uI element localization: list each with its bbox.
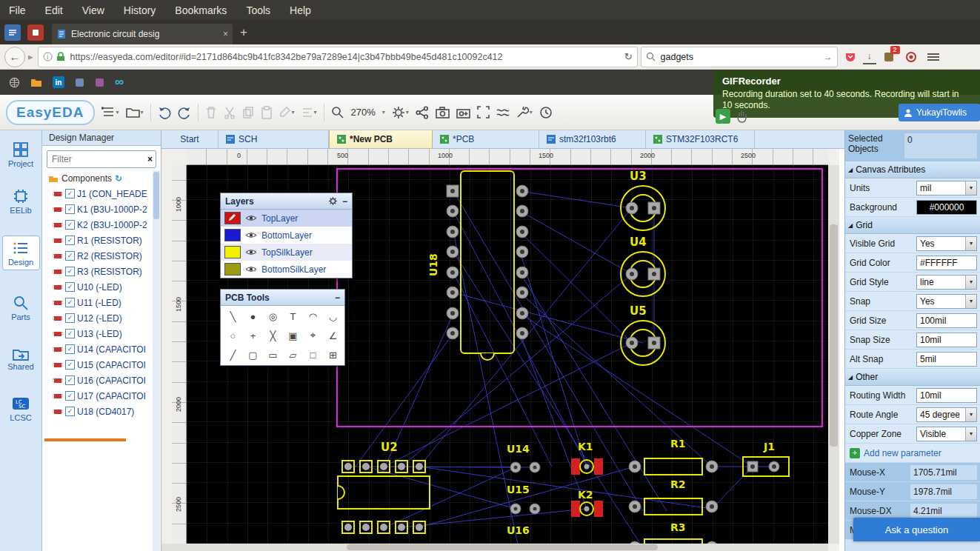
sidebar-item-design[interactable]: Design [2, 236, 40, 270]
history-clock-icon[interactable] [539, 106, 553, 119]
open-folder-icon[interactable]: ▾ [126, 107, 144, 118]
grid-style-select[interactable]: line▾ [916, 275, 977, 290]
visibility-checkbox[interactable]: ✓ [65, 344, 75, 354]
sidebar-item-lcsc[interactable]: LCSC LCSC [3, 392, 39, 425]
visibility-checkbox[interactable]: ✓ [65, 220, 75, 230]
bookmark-icon-1[interactable] [75, 78, 84, 87]
menu-help[interactable]: Help [290, 4, 311, 16]
copper-zone-select[interactable]: Visible▾ [916, 427, 977, 441]
hole-tool-icon[interactable]: ○ [223, 326, 243, 345]
layer-row-topsilklayer[interactable]: TopSilkLayer [221, 244, 352, 261]
pocket-icon[interactable] [841, 47, 860, 67]
component-u16[interactable]: U16 [507, 524, 540, 544]
layer-color-swatch[interactable] [224, 263, 241, 276]
search-input[interactable] [659, 51, 820, 63]
waves-icon[interactable] [496, 107, 510, 118]
linkedin-icon[interactable]: in [53, 76, 64, 88]
component-u5[interactable]: U5 [621, 304, 665, 365]
layer-row-toplayer[interactable]: TopLayer [221, 210, 352, 227]
layers-settings-gear-icon[interactable] [328, 196, 338, 206]
url-bar[interactable]: i ↻ [38, 47, 638, 67]
visibility-checkbox[interactable]: ✓ [65, 313, 75, 323]
component-list-item[interactable]: ✓U14 (CAPACITOI [42, 341, 161, 357]
zoom-icon[interactable] [331, 106, 344, 119]
delete-tool-icon[interactable]: ╳ [263, 326, 283, 345]
line-tool-icon[interactable]: ╱ [223, 345, 243, 364]
layer-color-swatch[interactable] [224, 212, 241, 224]
component-list-item[interactable]: ✓U16 (CAPACITOI [42, 373, 161, 388]
menu-edit[interactable]: Edit [45, 4, 63, 16]
visibility-checkbox[interactable]: ✓ [65, 267, 75, 276]
infinity-icon[interactable]: ∞ [115, 75, 124, 90]
via-tool-icon[interactable]: ◎ [263, 307, 283, 326]
snap-size-input[interactable]: 10mil [916, 333, 977, 347]
add-new-parameter[interactable]: + Add new parameter [845, 444, 980, 463]
search-go-icon[interactable]: → [824, 52, 833, 62]
sidebar-item-shared[interactable]: Shared [3, 344, 39, 374]
forward-button[interactable]: ▸ [28, 51, 33, 62]
arc-tool-icon[interactable]: ◠ [303, 307, 323, 326]
eye-icon[interactable] [245, 231, 257, 239]
section-canvas-attributes[interactable]: ◢Canvas Attributes [845, 161, 980, 178]
sidebar-item-parts[interactable]: Parts [3, 291, 39, 324]
section-other[interactable]: ◢Other [845, 369, 980, 386]
sidebar-item-eelib[interactable]: EELib [3, 184, 39, 218]
component-list-item[interactable]: ✓R3 (RESISTOR) [42, 264, 161, 279]
info-icon[interactable]: i [43, 52, 53, 61]
doc-tab-new-pcb[interactable]: *New PCB [329, 130, 433, 148]
protractor-tool-icon[interactable]: ∠ [323, 326, 343, 345]
solid-region-tool-icon[interactable]: ▭ [263, 345, 283, 364]
component-list-item[interactable]: ✓R1 (RESISTOR) [42, 233, 161, 248]
menu-tools[interactable]: Tools [246, 4, 270, 16]
layer-row-bottomlayer[interactable]: BottomLayer [221, 227, 352, 244]
component-k2[interactable]: K2 [571, 489, 603, 517]
zoom-caret-icon[interactable]: ▾ [382, 109, 385, 116]
circle-tool-icon[interactable]: ● [243, 307, 263, 326]
visibility-checkbox[interactable]: ✓ [65, 204, 75, 214]
user-account-button[interactable]: YukayiTowlis [899, 104, 980, 121]
components-root[interactable]: Components ↻ [42, 171, 161, 186]
visibility-checkbox[interactable]: ✓ [65, 407, 75, 416]
doc-tab-stm32f103rbt6[interactable]: stm32f103rbt6 [539, 130, 646, 148]
share-icon[interactable] [416, 106, 429, 119]
component-k1[interactable]: K1 [571, 441, 603, 475]
layers-panel[interactable]: Layers − TopLayer BottomLayer TopSilkLay… [220, 193, 353, 278]
component-list-item[interactable]: ✓U15 (CAPACITOI [42, 357, 161, 373]
visibility-checkbox[interactable]: ✓ [65, 298, 75, 307]
layer-row-bottomsilklayer[interactable]: BottomSilkLayer [221, 261, 352, 278]
refresh-icon[interactable]: ↻ [115, 173, 122, 184]
text-tool-icon[interactable]: T [283, 307, 303, 326]
section-grid[interactable]: ◢Grid [845, 217, 980, 234]
component-list-item[interactable]: ✓K1 (B3U-1000P-2 [42, 201, 161, 217]
canvas-hscrollbar[interactable] [161, 544, 828, 551]
menu-view[interactable]: View [82, 4, 104, 16]
tab-list-icon[interactable] [4, 24, 21, 41]
layer-color-swatch[interactable] [224, 246, 241, 258]
background-color-field[interactable]: #000000 [916, 200, 977, 215]
component-u4[interactable]: U4 [621, 236, 665, 296]
component-list-item[interactable]: ✓K2 (B3U-1000P-2 [42, 217, 161, 233]
filter-clear-icon[interactable]: × [147, 154, 153, 164]
visible-grid-select[interactable]: Yes▾ [916, 236, 977, 251]
easyeda-logo[interactable]: EasyEDA [6, 100, 95, 125]
alt-snap-input[interactable]: 5mil [916, 352, 977, 367]
units-select[interactable]: mil▾ [916, 181, 977, 196]
board-outline[interactable] [337, 169, 822, 427]
visibility-checkbox[interactable]: ✓ [65, 375, 75, 385]
image-tool-icon[interactable]: ▣ [283, 326, 303, 345]
component-u3[interactable]: U3 [621, 170, 665, 230]
track-tool-icon[interactable]: ╲ [223, 307, 243, 326]
grid-size-input[interactable]: 100mil [916, 313, 977, 328]
copy-icon[interactable] [242, 106, 254, 119]
visibility-checkbox[interactable]: ✓ [65, 391, 75, 401]
menu-bookmarks[interactable]: Bookmarks [175, 4, 227, 16]
delete-icon[interactable] [205, 106, 217, 119]
eye-icon[interactable] [245, 248, 257, 256]
design-manager-hscroll-thumb[interactable] [44, 438, 126, 441]
doc-tab-start[interactable]: Start [161, 130, 219, 148]
reload-icon[interactable]: ↻ [624, 51, 633, 62]
cut-icon[interactable] [224, 106, 236, 119]
array-tool-icon[interactable]: ⊞ [323, 345, 343, 364]
browser-tab[interactable]: Electronic circuit desig × [52, 24, 233, 44]
zoom-level[interactable]: 270% [351, 107, 376, 118]
